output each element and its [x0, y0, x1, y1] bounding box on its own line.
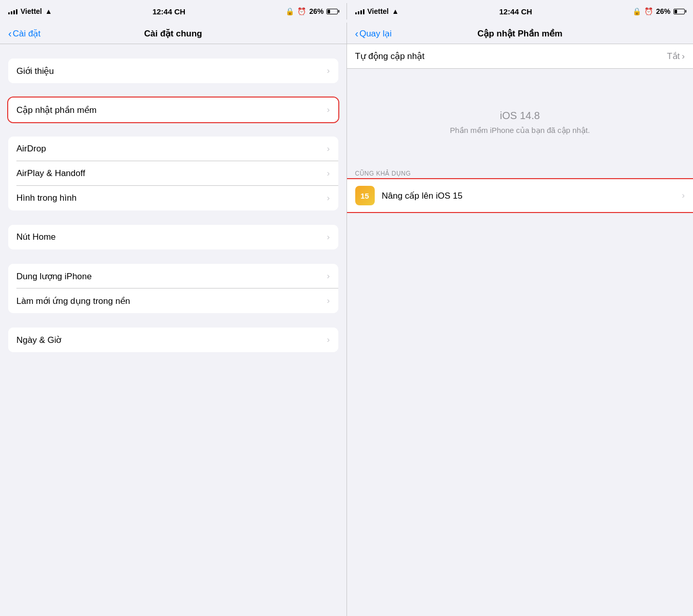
left-nav-title: Cài đặt chung — [144, 28, 202, 39]
left-settings-content: Giới thiệu › Cập nhật phần mềm › — [0, 44, 346, 616]
airdrop-label: AirDrop — [16, 144, 46, 154]
dung-luong-right: › — [327, 271, 330, 281]
settings-row-cap-nhat[interactable]: Cập nhật phần mềm › — [8, 98, 338, 122]
settings-row-gioi-thieu[interactable]: Giới thiệu › — [8, 59, 338, 83]
ios-info-section: iOS 14.8 Phần mềm iPhone của bạn đã cập … — [347, 69, 694, 166]
settings-group-datetime: Ngày & Giờ › — [8, 328, 338, 352]
left-battery-icon — [326, 9, 338, 14]
left-back-label: Cài đặt — [13, 28, 41, 39]
settings-row-nut-home[interactable]: Nút Home › — [8, 225, 338, 249]
left-time: 12:44 CH — [152, 7, 185, 16]
right-battery-icon — [673, 9, 685, 14]
airdrop-chevron-icon: › — [327, 144, 330, 154]
upgrade-row-left: 15 Nâng cấp lên iOS 15 — [355, 186, 463, 205]
gioi-thieu-right: › — [327, 66, 330, 76]
settings-row-ngay-gio[interactable]: Ngày & Giờ › — [8, 328, 338, 352]
also-available-header: CŨNG KHẢ DỤNG — [347, 166, 694, 179]
nut-home-chevron-icon: › — [327, 232, 330, 242]
also-available-section: CŨNG KHẢ DỤNG 15 Nâng cấp lên iOS 15 › — [347, 166, 694, 212]
settings-group-intro: Giới thiệu › — [8, 59, 338, 83]
settings-section-airgroup: AirDrop › AirPlay & Handoff › Hình trong… — [0, 137, 346, 210]
right-carrier: Viettel — [368, 7, 389, 15]
left-battery-pct: 26% — [309, 7, 323, 15]
right-lock-icon: 🔒 — [632, 7, 641, 15]
settings-row-lam-moi[interactable]: Làm mới ứng dụng trong nền › — [8, 288, 338, 313]
lam-moi-right: › — [327, 296, 330, 306]
hinh-label: Hình trong hình — [16, 193, 76, 203]
settings-row-hinh[interactable]: Hình trong hình › — [8, 186, 338, 210]
auto-update-chevron-icon: › — [682, 51, 685, 62]
left-signal-icon — [8, 8, 17, 14]
auto-update-section: Tự động cập nhật Tắt › — [347, 44, 694, 69]
left-alarm-icon: ⏰ — [297, 7, 306, 15]
right-back-chevron-icon: ‹ — [355, 28, 359, 40]
left-status-bar: Viettel ▲ 12:44 CH 🔒 ⏰ 26% — [0, 0, 346, 23]
gioi-thieu-chevron-icon: › — [327, 66, 330, 76]
lam-moi-label: Làm mới ứng dụng trong nền — [16, 296, 130, 306]
upgrade-chevron-icon: › — [682, 190, 685, 201]
auto-update-row[interactable]: Tự động cập nhật Tắt › — [347, 44, 694, 69]
cap-nhat-chevron-icon: › — [327, 105, 330, 115]
ngay-gio-chevron-icon: › — [327, 335, 330, 345]
settings-group-home: Nút Home › — [8, 225, 338, 249]
airplay-label: AirPlay & Handoff — [16, 168, 85, 179]
hinh-chevron-icon: › — [327, 193, 330, 203]
nut-home-label: Nút Home — [16, 232, 56, 242]
left-wifi-icon: ▲ — [45, 7, 52, 15]
right-wifi-icon: ▲ — [392, 7, 399, 15]
dung-luong-label: Dung lượng iPhone — [16, 271, 92, 282]
status-bar: Viettel ▲ 12:44 CH 🔒 ⏰ 26% Viettel ▲ 12:… — [0, 0, 693, 23]
left-back-chevron-icon: ‹ — [8, 28, 12, 40]
settings-group-update: Cập nhật phần mềm › — [8, 98, 338, 122]
nut-home-right: › — [327, 232, 330, 242]
dung-luong-chevron-icon: › — [327, 271, 330, 281]
cap-nhat-label: Cập nhật phần mềm — [16, 105, 97, 116]
settings-section-home: Nút Home › — [0, 225, 346, 249]
ios-version-label: iOS 14.8 — [500, 110, 540, 122]
right-status-bar: Viettel ▲ 12:44 CH 🔒 ⏰ 26% — [347, 0, 694, 23]
gioi-thieu-label: Giới thiệu — [16, 66, 54, 76]
right-nav-header: ‹ Quay lại Cập nhật Phần mềm — [347, 23, 694, 44]
upgrade-row[interactable]: 15 Nâng cấp lên iOS 15 › — [347, 179, 694, 212]
settings-row-dung-luong[interactable]: Dung lượng iPhone › — [8, 264, 338, 288]
settings-row-airplay[interactable]: AirPlay & Handoff › — [8, 161, 338, 186]
right-alarm-icon: ⏰ — [644, 7, 653, 15]
hinh-right: › — [327, 193, 330, 203]
settings-group-airgroup: AirDrop › AirPlay & Handoff › Hình trong… — [8, 137, 338, 210]
upgrade-label: Nâng cấp lên iOS 15 — [382, 190, 463, 201]
right-time: 12:44 CH — [499, 7, 532, 16]
cap-nhat-right: › — [327, 105, 330, 115]
ngay-gio-label: Ngày & Giờ — [16, 335, 61, 345]
right-back-button[interactable]: ‹ Quay lại — [355, 28, 392, 40]
settings-section-intro: Giới thiệu › — [0, 59, 346, 83]
right-nav-title: Cập nhật Phần mềm — [477, 28, 563, 39]
right-status-left: Viettel ▲ — [355, 7, 399, 15]
right-status-right: 🔒 ⏰ 26% — [632, 7, 685, 15]
left-status-left: Viettel ▲ — [8, 7, 52, 15]
settings-group-storage: Dung lượng iPhone › Làm mới ứng dụng tro… — [8, 264, 338, 313]
right-back-label: Quay lại — [359, 28, 392, 39]
right-panel: ‹ Quay lại Cập nhật Phần mềm Tự động cập… — [347, 23, 694, 616]
left-carrier: Viettel — [21, 7, 42, 15]
right-battery-pct: 26% — [656, 7, 670, 15]
settings-section-update: Cập nhật phần mềm › — [0, 98, 346, 122]
airplay-chevron-icon: › — [327, 168, 330, 179]
ngay-gio-right: › — [327, 335, 330, 345]
auto-update-right: Tắt › — [667, 51, 685, 62]
left-panel: ‹ Cài đặt Cài đặt chung Giới thiệu › — [0, 23, 347, 616]
left-status-right: 🔒 ⏰ 26% — [285, 7, 338, 15]
right-settings-content: Tự động cập nhật Tắt › iOS 14.8 Phần mềm… — [347, 44, 694, 616]
main-panels: ‹ Cài đặt Cài đặt chung Giới thiệu › — [0, 23, 693, 616]
settings-section-datetime: Ngày & Giờ › — [0, 328, 346, 352]
airplay-right: › — [327, 168, 330, 179]
upgrade-group: 15 Nâng cấp lên iOS 15 › — [347, 179, 694, 212]
settings-section-storage: Dung lượng iPhone › Làm mới ứng dụng tro… — [0, 264, 346, 313]
auto-update-value: Tắt — [667, 51, 680, 62]
ios-updated-label: Phần mềm iPhone của bạn đã cập nhật. — [450, 126, 590, 135]
ios15-badge: 15 — [355, 186, 375, 205]
left-lock-icon: 🔒 — [285, 7, 294, 15]
lam-moi-chevron-icon: › — [327, 296, 330, 306]
airdrop-right: › — [327, 144, 330, 154]
left-back-button[interactable]: ‹ Cài đặt — [8, 28, 41, 40]
settings-row-airdrop[interactable]: AirDrop › — [8, 137, 338, 161]
